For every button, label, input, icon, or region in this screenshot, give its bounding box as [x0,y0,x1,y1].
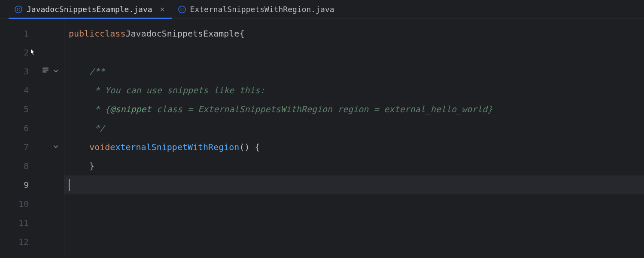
gutter-line[interactable]: 7 [0,138,64,157]
code-line-current[interactable] [64,175,644,194]
code-line[interactable]: public class JavadocSnippetsExample { [64,24,644,43]
tab-label: JavadocSnippetsExample.java [27,5,152,14]
tab-label: ExternalSnippetsWithRegion.java [190,5,334,14]
code-line[interactable] [64,194,644,213]
code-line[interactable]: * You can use snippets like this: [64,81,644,100]
gutter-line[interactable]: 3 [0,62,64,81]
tab-javadoc-snippets-example[interactable]: C JavadocSnippetsExample.java [9,0,172,18]
code-line[interactable]: } [64,157,644,175]
tab-external-snippets-with-region[interactable]: C ExternalSnippetsWithRegion.java [172,0,340,18]
gutter-line[interactable]: 2 [0,43,64,62]
gutter-line[interactable]: 11 [0,213,64,232]
java-class-icon: C [178,6,186,13]
gutter-line[interactable]: 4 [0,81,64,100]
code-line[interactable] [64,213,644,232]
render-doc-icon[interactable] [42,66,49,77]
code-line[interactable] [64,43,644,62]
svg-text:C: C [180,7,184,12]
chevron-down-icon[interactable] [53,68,59,75]
code-area[interactable]: public class JavadocSnippetsExample { /*… [64,19,644,258]
gutter-line[interactable]: 8 [0,157,64,175]
tabs-bar: C JavadocSnippetsExample.java C External… [0,0,644,19]
svg-text:C: C [17,7,20,12]
code-line[interactable]: /** [64,62,644,81]
gutter-line[interactable]: 6 [0,119,64,138]
code-line[interactable]: void externalSnippetWithRegion() { [64,138,644,157]
gutter-line[interactable]: 12 [0,232,64,251]
text-caret [69,179,70,191]
code-line[interactable]: */ [64,119,644,138]
close-icon[interactable] [158,6,166,13]
gutter-line[interactable]: 10 [0,194,64,213]
gutter: 1 2 3 4 [0,19,64,258]
editor-container: 1 2 3 4 [0,19,644,258]
chevron-down-icon[interactable] [53,144,59,151]
code-line[interactable] [64,232,644,251]
gutter-line[interactable]: 9 [0,175,64,194]
java-class-icon: C [15,6,22,13]
gutter-line[interactable]: 5 [0,100,64,119]
gutter-line[interactable]: 1 [0,24,64,43]
code-line[interactable]: * {@snippet class = ExternalSnippetsWith… [64,100,644,119]
